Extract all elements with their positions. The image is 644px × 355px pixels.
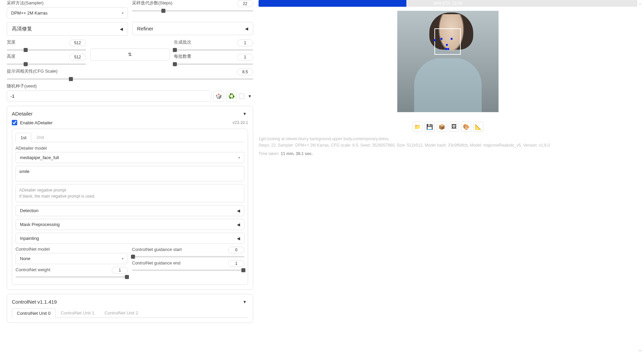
batch-count-value[interactable]: 1 — [237, 40, 253, 46]
hires-accordion[interactable]: 高清修复 ◀ — [7, 22, 128, 36]
ad-neg-prompt-textarea[interactable]: ADetailer negative prompt If blank, the … — [16, 184, 244, 202]
seed-label: 随机种子(seed) — [7, 83, 253, 89]
extra-seed-checkbox[interactable] — [239, 94, 244, 99]
recycle-button[interactable]: ♻️ — [226, 91, 237, 102]
controlnet-tab-0[interactable]: ControlNet Unit 0 — [12, 308, 56, 318]
adetailer-tab-2nd[interactable]: 2nd — [31, 132, 49, 142]
batch-count-slider[interactable] — [174, 49, 253, 51]
cn-start-value[interactable]: 0 — [228, 247, 244, 253]
cn-weight-value[interactable]: 1 — [112, 267, 128, 274]
time-taken: Time taken: 11 min. 38.1 sec. — [259, 151, 637, 156]
triangle-left-icon: ◀ — [237, 208, 240, 213]
box-icon: 📦 — [438, 124, 445, 130]
ad-model-value: mediapipe_face_full — [20, 155, 59, 160]
cn-model-label: ControlNet model — [16, 247, 128, 252]
mask-title: Mask Preprocessing — [20, 222, 60, 227]
recycle-icon: ♻️ — [228, 93, 235, 99]
cn-weight-label: ControlNet weight — [16, 267, 50, 272]
seed-input[interactable] — [7, 91, 211, 102]
cn-end-slider[interactable] — [132, 270, 244, 271]
height-value[interactable]: 512 — [69, 54, 86, 60]
enable-adetailer-label: Enable ADetailer — [20, 120, 53, 125]
ad-model-select[interactable]: mediapipe_face_full ▾ — [16, 152, 244, 163]
folder-icon: 📁 — [414, 124, 421, 130]
controlnet-tab-1[interactable]: ControlNet Unit 1 — [56, 308, 100, 318]
progress-bar: 39% ETA: 21:09 — [259, 0, 637, 7]
save-button[interactable]: 💾 — [425, 122, 435, 132]
cn-model-select[interactable]: None ▾ — [16, 253, 128, 264]
sampler-select[interactable]: DPM++ 2M Karras ▾ — [7, 7, 128, 19]
mask-accordion[interactable]: Mask Preprocessing ◀ — [16, 219, 244, 230]
send-to-img2img-button[interactable]: 🖼 — [449, 122, 459, 132]
send-to-extras-button[interactable]: 📐 — [473, 122, 483, 132]
seed-expand-caret[interactable]: ▼ — [246, 94, 253, 99]
image-icon: 🖼 — [451, 124, 457, 130]
sampler-label: 采样方法(Sampler) — [7, 0, 128, 6]
save-icon: 💾 — [426, 124, 433, 130]
ad-prompt-value: smile — [19, 169, 29, 174]
detection-title: Detection — [20, 208, 38, 213]
cn-start-label: ControlNet guidance start — [132, 247, 182, 252]
adetailer-version: v23.10.1 — [233, 120, 248, 125]
batch-size-label: 每批数量 — [174, 53, 191, 59]
cfg-slider[interactable] — [7, 78, 253, 80]
progress-text: 39% ETA: 21:09 — [259, 0, 637, 7]
cfg-label: 提示词相关性(CFG Scale) — [7, 68, 57, 74]
cn-model-value: None — [20, 256, 30, 261]
zip-button[interactable]: 📦 — [437, 122, 447, 132]
height-label: 高度 — [7, 53, 16, 59]
controlnet-collapse-caret[interactable]: ▼ — [241, 300, 248, 304]
dice-icon: 🎲 — [215, 93, 222, 99]
cfg-value[interactable]: 8.5 — [237, 69, 253, 75]
batch-count-label: 生成批次 — [174, 39, 191, 45]
controlnet-panel: ControlNet v1.1.419 ▼ ControlNet Unit 0 … — [7, 294, 253, 323]
refiner-title: Refiner — [137, 26, 153, 31]
swap-dimensions-button[interactable]: ⇅ — [90, 48, 170, 60]
ad-neg-placeholder: ADetailer negative prompt If blank, the … — [19, 187, 241, 199]
steps-label: 采样迭代步数(Steps) — [132, 0, 172, 6]
steps-value[interactable]: 22 — [237, 0, 253, 7]
height-slider[interactable] — [7, 64, 86, 65]
adetailer-collapse-caret[interactable]: ▼ — [241, 111, 248, 116]
width-slider[interactable] — [7, 49, 86, 51]
hires-title: 高清修复 — [12, 26, 32, 32]
triangle-left-icon: ◀ — [237, 236, 240, 241]
caret-down-icon: ▾ — [238, 156, 240, 159]
open-folder-button[interactable]: 📁 — [412, 122, 423, 132]
controlnet-tab-2[interactable]: ControlNet Unit 2 — [99, 308, 143, 318]
cn-end-label: ControlNet guidance end — [132, 260, 181, 265]
adetailer-title: ADetailer — [12, 111, 33, 117]
detection-accordion[interactable]: Detection ◀ — [16, 205, 244, 216]
swap-icon: ⇅ — [128, 52, 132, 57]
adetailer-tab-1st[interactable]: 1st — [16, 133, 31, 142]
image-actions: 📁 💾 📦 🖼 🎨 📐 — [259, 122, 637, 132]
ruler-icon: 📐 — [475, 124, 482, 130]
steps-slider[interactable] — [132, 10, 253, 11]
caret-down-icon: ▾ — [122, 257, 124, 260]
cn-start-slider[interactable] — [132, 256, 244, 257]
image-preview-area[interactable] — [259, 11, 637, 119]
batch-size-value[interactable]: 1 — [237, 54, 253, 60]
palette-icon: 🎨 — [463, 124, 469, 130]
ad-model-label: ADetailer model — [16, 146, 244, 151]
cn-weight-slider[interactable] — [16, 276, 128, 278]
sampler-value: DPM++ 2M Karras — [11, 10, 48, 16]
ad-prompt-textarea[interactable]: smile — [16, 166, 244, 181]
scroll-up-caret[interactable]: ︿ — [639, 1, 642, 6]
triangle-left-icon: ◀ — [245, 26, 248, 31]
face-detection-box — [434, 28, 461, 55]
cn-end-value[interactable]: 1 — [228, 260, 244, 267]
batch-size-slider[interactable] — [174, 64, 253, 65]
inpaint-accordion[interactable]: Inpainting ◀ — [16, 233, 244, 244]
adetailer-panel: ADetailer ▼ Enable ADetailer v23.10.1 1s… — [7, 106, 253, 290]
generated-image — [397, 11, 499, 112]
inpaint-title: Inpainting — [20, 236, 39, 241]
dice-button[interactable]: 🎲 — [213, 91, 224, 102]
width-value[interactable]: 512 — [69, 40, 86, 46]
caret-down-icon: ▾ — [122, 11, 124, 15]
generation-info: 1girl,looking at viewer,blurry backgroun… — [259, 136, 637, 149]
refiner-accordion[interactable]: Refiner ◀ — [132, 22, 253, 35]
triangle-left-icon: ◀ — [237, 222, 240, 227]
enable-adetailer-checkbox[interactable]: Enable ADetailer — [12, 120, 53, 125]
send-to-inpaint-button[interactable]: 🎨 — [461, 122, 471, 132]
